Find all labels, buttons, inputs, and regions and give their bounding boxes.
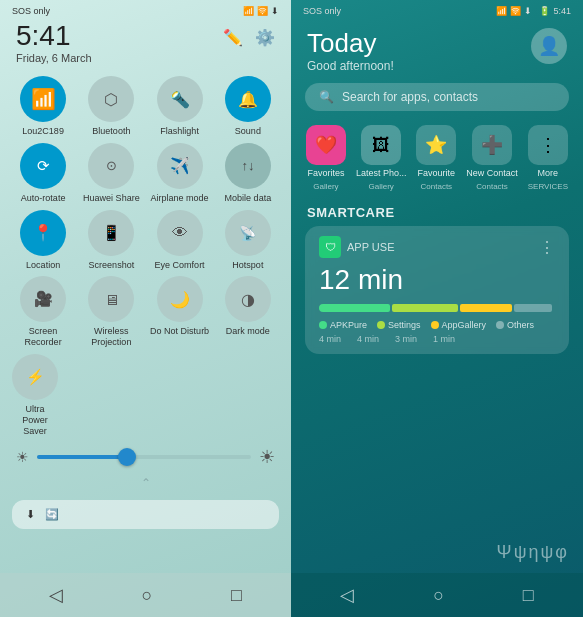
tile-autorotate[interactable]: ⟳ Auto-rotate (12, 143, 74, 204)
tile-bluetooth[interactable]: ⬡ Bluetooth (80, 76, 142, 137)
home-button-right[interactable]: ○ (433, 585, 444, 606)
tile-icon-donotdisturb: 🌙 (157, 276, 203, 322)
nav-bar-right: ◁ ○ □ (291, 573, 583, 617)
shortcut-sublabel-latestphotos: Gallery (368, 182, 393, 192)
tile-eyecomfort[interactable]: 👁 Eye Comfort (149, 210, 211, 271)
tile-label-wirelessprojection: Wireless Projection (80, 326, 142, 348)
avatar-icon: 👤 (538, 35, 560, 57)
card-menu-icon[interactable]: ⋮ (539, 238, 555, 257)
notif-refresh-icon: 🔄 (45, 508, 59, 521)
legend-dot-apkpure (319, 321, 327, 329)
brightness-row: ☀ ☀ (0, 436, 291, 472)
today-text: Today Good afternoon! (307, 28, 394, 73)
home-button-left[interactable]: ○ (142, 585, 153, 606)
shortcut-favourite[interactable]: ⭐ Favourite Contacts (416, 125, 456, 191)
tile-icon-airplanemode: ✈️ (157, 143, 203, 189)
tile-icon-screenrecorder: 🎥 (20, 276, 66, 322)
tile-label-eyecomfort: Eye Comfort (155, 260, 205, 271)
network-status-left: SOS only (12, 6, 50, 16)
tile-icon-screenshot: 📱 (88, 210, 134, 256)
quick-tiles: 📶 Lou2C189 ⬡ Bluetooth 🔦 Flashlight 🔔 So… (0, 72, 291, 352)
tile-wifi[interactable]: 📶 Lou2C189 (12, 76, 74, 137)
back-button-left[interactable]: ◁ (49, 584, 63, 606)
tile-darkmode[interactable]: ◑ Dark mode (217, 276, 279, 348)
brightness-low-icon: ☀ (16, 449, 29, 465)
legend-dot-appgallery (431, 321, 439, 329)
tile-screenshot[interactable]: 📱 Screenshot (80, 210, 142, 271)
brightness-fill (37, 455, 123, 459)
time-settings: 4 min (357, 334, 379, 344)
avatar[interactable]: 👤 (531, 28, 567, 64)
shortcut-more[interactable]: ⋮ More SERVICES (528, 125, 568, 191)
shortcut-favorites[interactable]: ❤️ Favorites Gallery (306, 125, 346, 191)
tile-screenrecorder[interactable]: 🎥 Screen Recorder (12, 276, 74, 348)
edit-icon[interactable]: ✏️ (223, 28, 243, 47)
legend-dot-settings (377, 321, 385, 329)
tile-airplanemode[interactable]: ✈️ Airplane mode (149, 143, 211, 204)
tile-location[interactable]: 📍 Location (12, 210, 74, 271)
card-tag: 🛡 APP USE (319, 236, 395, 258)
recent-button-left[interactable]: □ (231, 585, 242, 606)
tile-icon-wirelessprojection: 🖥 (88, 276, 134, 322)
tile-icon-huaweishare: ⊙ (88, 143, 134, 189)
back-button-right[interactable]: ◁ (340, 584, 354, 606)
nav-bar-left: ◁ ○ □ (0, 573, 291, 617)
recent-button-right[interactable]: □ (523, 585, 534, 606)
tile-sound[interactable]: 🔔 Sound (217, 76, 279, 137)
legend-dot-others (496, 321, 504, 329)
shortcut-sublabel-favourite: Contacts (421, 182, 453, 192)
shortcut-label-newcontact: New Contact (466, 168, 518, 179)
tile-label-flashlight: Flashlight (160, 126, 199, 137)
shortcut-icon-newcontact: ➕ (472, 125, 512, 165)
tile-label-darkmode: Dark mode (226, 326, 270, 337)
battery-time: 5:41 (553, 6, 571, 16)
tile-huaweishare[interactable]: ⊙ Huawei Share (80, 143, 142, 204)
legend-label-others: Others (507, 320, 534, 330)
tile-label-mobiledata: Mobile data (225, 193, 272, 204)
data-icon: ⬇ (271, 6, 279, 16)
tile-label-location: Location (26, 260, 60, 271)
search-bar[interactable]: 🔍 Search for apps, contacts (305, 83, 569, 111)
usage-legend: APKPure Settings AppGallery Others (319, 320, 555, 330)
legend-settings: Settings (377, 320, 421, 330)
tile-icon-flashlight: 🔦 (157, 76, 203, 122)
today-title: Today (307, 28, 394, 59)
tile-icon-location: 📍 (20, 210, 66, 256)
shortcut-icon-favorites: ❤️ (306, 125, 346, 165)
legend-label-settings: Settings (388, 320, 421, 330)
shortcut-icon-favourite: ⭐ (416, 125, 456, 165)
card-header: 🛡 APP USE ⋮ (319, 236, 555, 258)
shortcut-sublabel-favorites: Gallery (313, 182, 338, 192)
shortcut-newcontact[interactable]: ➕ New Contact Contacts (466, 125, 518, 191)
legend-label-appgallery: AppGallery (442, 320, 487, 330)
network-status-right: SOS only (303, 6, 341, 16)
tile-mobiledata[interactable]: ↑↓ Mobile data (217, 143, 279, 204)
tile-wirelessprojection[interactable]: 🖥 Wireless Projection (80, 276, 142, 348)
tile-ultrapowersaver[interactable]: ⚡ Ultra Power Saver (12, 354, 58, 436)
tile-label-sound: Sound (235, 126, 261, 137)
status-bar-right: SOS only 📶 🛜 ⬇ 🔋 5:41 (291, 0, 583, 18)
legend-times: 4 min 4 min 3 min 1 min (319, 334, 555, 344)
card-tag-icon: 🛡 (319, 236, 341, 258)
time-others: 1 min (433, 334, 455, 344)
notif-download-icon: ⬇ (26, 508, 35, 521)
logo-area: Ψψηψφ (497, 542, 569, 563)
tile-hotspot[interactable]: 📡 Hotspot (217, 210, 279, 271)
today-header: Today Good afternoon! 👤 (291, 18, 583, 77)
tile-label-wifi: Lou2C189 (22, 126, 64, 137)
tile-donotdisturb[interactable]: 🌙 Do Not Disturb (149, 276, 211, 348)
app-shortcuts: ❤️ Favorites Gallery 🖼 Latest Pho... Gal… (291, 117, 583, 199)
tile-icon-eyecomfort: 👁 (157, 210, 203, 256)
settings-icon[interactable]: ⚙️ (255, 28, 275, 47)
tile-flashlight[interactable]: 🔦 Flashlight (149, 76, 211, 137)
wifi-icon-right: 🛜 (510, 6, 521, 16)
signal-icon: 📶 (243, 6, 254, 16)
card-tag-label: APP USE (347, 241, 395, 253)
right-panel: SOS only 📶 🛜 ⬇ 🔋 5:41 Today Good afterno… (291, 0, 583, 617)
brightness-track[interactable] (37, 455, 251, 459)
shortcut-label-favourite: Favourite (418, 168, 456, 179)
legend-others: Others (496, 320, 534, 330)
shortcut-latestphotos[interactable]: 🖼 Latest Pho... Gallery (356, 125, 407, 191)
notification-bar: ⬇ 🔄 (12, 500, 279, 529)
signal-icon-right: 📶 (496, 6, 507, 16)
